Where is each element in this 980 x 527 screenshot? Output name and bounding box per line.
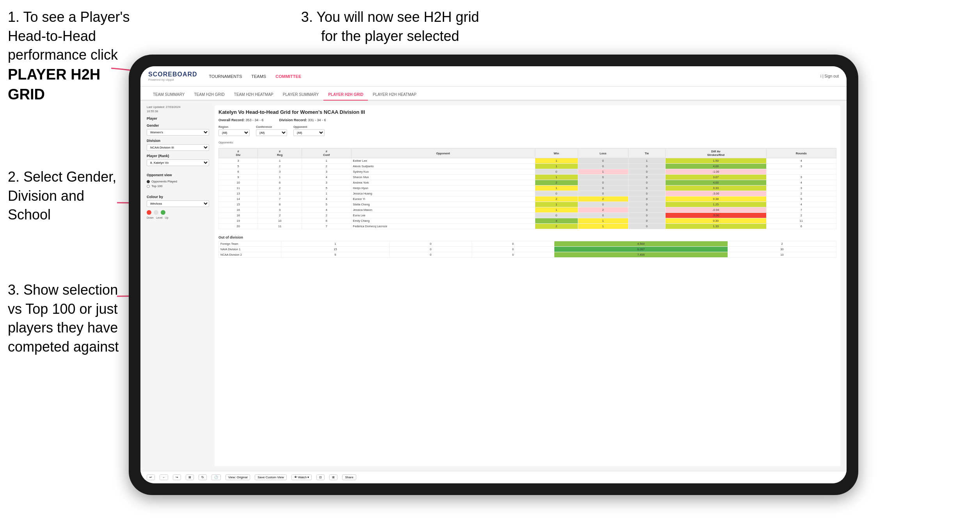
table-row: 914 Sharon Mun 1 0 0 3.67 3 xyxy=(219,175,836,180)
player-rank-select[interactable]: 8. Katelyn Vo xyxy=(147,159,209,166)
th-rounds: Rounds xyxy=(766,149,836,158)
instruction-1: 1. To see a Player's Head-to-Head perfor… xyxy=(8,8,137,104)
nav-teams[interactable]: TEAMS xyxy=(251,73,266,80)
out-of-division-body: Foreign Team 1 0 0 4.500 2 NAIA Division… xyxy=(219,241,836,258)
table-row: NAIA Division 1 15 0 0 9.267 30 xyxy=(219,247,836,252)
left-panel: Last Updated: 27/03/2024 16:55:38 Player… xyxy=(147,105,209,466)
instruction-3-top: 3. You will now see H2H grid for the pla… xyxy=(296,8,484,46)
toolbar-export[interactable]: ⊡ xyxy=(316,474,325,480)
gender-select[interactable]: Women's xyxy=(147,129,209,136)
th-opponent: Opponent xyxy=(351,149,535,158)
nav-links: TOURNAMENTS TEAMS COMMITTEE xyxy=(209,73,820,80)
th-reg: #Reg xyxy=(258,149,302,158)
filter-opponent-select[interactable]: (All) xyxy=(293,129,325,136)
out-of-division: Out of division Foreign Team 1 0 0 4.500… xyxy=(218,235,836,258)
toolbar-grid[interactable]: ⊞ xyxy=(186,474,194,480)
toolbar-back[interactable]: ← xyxy=(160,474,168,480)
nav-committee[interactable]: COMMITTEE xyxy=(275,73,301,80)
toolbar-layout[interactable]: ⊞ xyxy=(329,474,337,480)
toolbar-clock[interactable]: 🕐 xyxy=(211,474,221,480)
table-row: 522 Alexis Sudjianto 1 0 0 4.00 3 xyxy=(219,164,836,169)
tablet-screen: SCOREBOARD Powered by clippd TOURNAMENTS… xyxy=(140,66,847,483)
th-diff: Diff AvStrokes/Rnd xyxy=(666,149,766,158)
toolbar-view-original[interactable]: View: Original xyxy=(225,474,250,480)
table-row: 1585 Stella Cheng 1 0 0 1.25 4 xyxy=(219,202,836,207)
colour-by-label: Colour by xyxy=(147,195,209,199)
filter-region-select[interactable]: (All) xyxy=(218,129,250,136)
out-of-division-label: Out of division xyxy=(218,235,836,239)
table-header-row: #Div #Reg #Conf Opponent Win Loss Tie Di… xyxy=(219,149,836,158)
table-row: 311 Esther Lee 1 0 1 1.50 4 xyxy=(219,158,836,164)
filter-region-label: Region xyxy=(218,125,250,129)
main-data-table: #Div #Reg #Conf Opponent Win Loss Tie Di… xyxy=(218,148,836,229)
toolbar-undo[interactable]: ↩ xyxy=(147,474,155,480)
instruction-2: 2. Select Gender, Division and School xyxy=(8,168,129,225)
filter-conference-label: Conference xyxy=(256,125,287,129)
instruction-3-bottom: 3. Show selection vs Top 100 or just pla… xyxy=(8,281,129,356)
player-rank-label: Player (Rank) xyxy=(147,154,209,158)
table-row: 19106 Emily Chang 4 1 0 0.30 11 xyxy=(219,218,836,224)
division-label: Division xyxy=(147,139,209,143)
tab-player-h2h-grid[interactable]: PLAYER H2H GRID xyxy=(323,92,368,101)
colour-indicators xyxy=(147,210,209,215)
table-row: 1311 Jessica Huang 0 0 0 -3.00 2 xyxy=(219,191,836,196)
radio-opponents-played-icon xyxy=(147,180,150,183)
player-section: Player xyxy=(147,117,209,120)
nav-right: i | Sign out xyxy=(820,74,839,78)
top-nav: SCOREBOARD Powered by clippd TOURNAMENTS… xyxy=(140,66,847,87)
tab-player-h2h-heatmap[interactable]: PLAYER H2H HEATMAP xyxy=(368,92,421,101)
grid-title: Katelyn Vo Head-to-Head Grid for Women's… xyxy=(218,109,836,115)
table-row: 1474 Eunice Yi 2 2 0 0.38 9 xyxy=(219,196,836,202)
th-win: Win xyxy=(535,149,578,158)
colour-dot-down xyxy=(147,210,151,215)
radio-top-100[interactable]: Top 100 xyxy=(147,184,209,188)
table-row: 20117 Federica Domecq Lacroze 2 1 0 1.33… xyxy=(219,224,836,229)
app-container: SCOREBOARD Powered by clippd TOURNAMENTS… xyxy=(140,66,847,483)
out-of-division-table: Foreign Team 1 0 0 4.500 2 NAIA Division… xyxy=(218,241,836,258)
tab-team-h2h-heatmap[interactable]: TEAM H2H HEATMAP xyxy=(229,92,278,101)
division-record: Division Record: 331 - 34 - 6 xyxy=(279,118,326,122)
bottom-toolbar: ↩ ← ↪ ⊞ ↻ 🕐 View: Original Save Custom V… xyxy=(140,471,847,483)
gender-label: Gender xyxy=(147,124,209,127)
filter-opponent-group: Opponent (All) xyxy=(293,125,325,136)
toolbar-refresh[interactable]: ↻ xyxy=(199,474,207,480)
tab-player-summary[interactable]: PLAYER SUMMARY xyxy=(278,92,323,101)
table-row: 1822 Euna Lee 0 0 0 -5.00 2 xyxy=(219,213,836,218)
table-row: 633 Sydney Kuo 0 1 0 -1.00 xyxy=(219,169,836,175)
toolbar-watch[interactable]: 👁 Watch ▾ xyxy=(291,474,312,480)
record-row: Overall Record: 353 - 34 - 6 Division Re… xyxy=(218,118,836,122)
right-content: Katelyn Vo Head-to-Head Grid for Women's… xyxy=(215,105,840,466)
logo-sub: Powered by clippd xyxy=(148,78,197,81)
logo-title: SCOREBOARD xyxy=(148,71,197,78)
th-tie: Tie xyxy=(628,149,666,158)
radio-top-100-icon xyxy=(147,185,150,188)
opponent-view-label: Opponent view xyxy=(147,173,209,177)
player-rank-section: Player (Rank) 8. Katelyn Vo xyxy=(147,154,209,166)
gender-section: Gender Women's xyxy=(147,124,209,136)
table-row: 1063 Andrea York 2 0 0 4.00 4 xyxy=(219,180,836,186)
filter-row: Region (All) Conference (All) xyxy=(218,125,836,136)
division-select[interactable]: NCAA Division III xyxy=(147,144,209,151)
overall-record: Overall Record: 353 - 34 - 6 xyxy=(218,118,264,122)
toolbar-share[interactable]: Share xyxy=(342,474,356,480)
main-content: Last Updated: 27/03/2024 16:55:38 Player… xyxy=(140,101,847,471)
toolbar-save-custom[interactable]: Save Custom View xyxy=(255,474,286,480)
radio-opponents-played[interactable]: Opponents Played xyxy=(147,180,209,183)
table-row: Foreign Team 1 0 0 4.500 2 xyxy=(219,241,836,247)
table-row: NCAA Division 2 5 0 0 7.400 10 xyxy=(219,252,836,258)
division-section: Division NCAA Division III xyxy=(147,139,209,151)
colour-labels: Down Level Up xyxy=(147,216,209,219)
filter-conference-select[interactable]: (All) xyxy=(256,129,287,136)
table-row: 1125 Heejo Hyun 1 0 0 3.33 3 xyxy=(219,186,836,191)
toolbar-redo[interactable]: ↪ xyxy=(173,474,181,480)
colour-by-select[interactable]: Win/loss xyxy=(147,200,209,207)
tab-team-summary[interactable]: TEAM SUMMARY xyxy=(148,92,190,101)
tab-team-h2h-grid[interactable]: TEAM H2H GRID xyxy=(190,92,229,101)
colour-label-level: Level xyxy=(156,216,163,219)
nav-tournaments[interactable]: TOURNAMENTS xyxy=(209,73,242,80)
filter-region-group: Region (All) xyxy=(218,125,250,136)
radio-group: Opponents Played Top 100 xyxy=(147,180,209,188)
player-label: Player xyxy=(147,117,209,120)
table-row: 1634 Jessica Mason 1 2 0 -0.94 7 xyxy=(219,207,836,213)
tablet-frame: SCOREBOARD Powered by clippd TOURNAMENTS… xyxy=(129,55,858,495)
